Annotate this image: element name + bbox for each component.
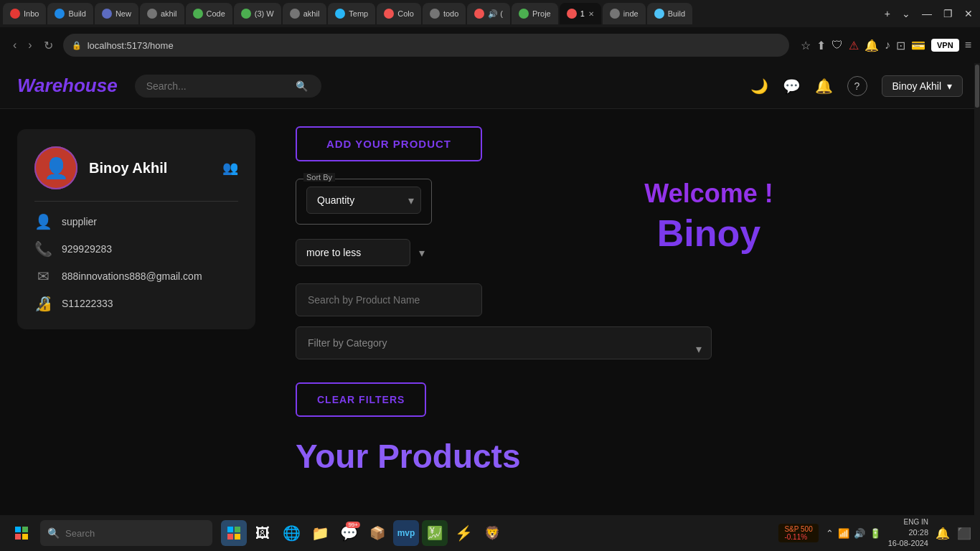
address-bar[interactable]: 🔒 localhost:5173/home (63, 34, 789, 57)
tab-label-active: 1 (580, 9, 585, 18)
taskbar-right: S&P 500 -0.11% ⌃ 📶 🔊 🔋 ENG IN 20:28 16-0… (778, 517, 971, 550)
taskbar-app-edge[interactable]: 🌐 (278, 520, 304, 546)
tab-yt[interactable]: 🔊 ( (467, 3, 510, 24)
widgets-icon[interactable]: ⬛ (957, 527, 971, 540)
tab-icon-akhil (147, 9, 157, 19)
tab-bar: Inbo Build New akhil Code (3) W akhil T (0, 0, 980, 27)
app-header: Warehouse 🔍 🌙 💬 🔔 ? Binoy Akhil ▾ (0, 63, 980, 109)
svg-rect-5 (15, 534, 21, 540)
bell-icon[interactable]: 🔔 (815, 77, 833, 95)
help-icon[interactable]: ? (847, 76, 867, 96)
tab-icon-index (610, 9, 620, 19)
tab-temp[interactable]: Temp (328, 3, 375, 24)
back-button[interactable]: ‹ (9, 36, 21, 55)
taskbar-app-winstore[interactable] (221, 520, 247, 546)
tab-new[interactable]: New (95, 3, 138, 24)
tab-index[interactable]: inde (603, 3, 646, 24)
your-products-title: Your Products (296, 437, 957, 476)
tab-label-index: inde (623, 9, 639, 18)
profile-edit-icon[interactable]: 👥 (222, 160, 238, 176)
welcome-title: Welcome ! (461, 179, 957, 209)
expand-icon[interactable]: ⌃ (826, 528, 834, 539)
taskbar-search-box[interactable]: 🔍 (40, 520, 212, 546)
svg-rect-6 (22, 534, 28, 540)
menu-icon[interactable]: ≡ (965, 39, 971, 52)
taskbar-sys-icons: ⌃ 📶 🔊 🔋 (826, 528, 881, 539)
tab-proj[interactable]: Proje (512, 3, 558, 24)
tab-color[interactable]: Colo (377, 3, 421, 24)
sort-by-select[interactable]: Quantity Price Name Date (306, 187, 421, 214)
email-icon: ✉ (34, 268, 52, 285)
tab-controls: + ⌄ — ❐ ✕ (880, 6, 977, 21)
tab-akhil2[interactable]: akhil (283, 3, 327, 24)
sort-order-select[interactable]: more to less less to more (296, 239, 410, 266)
tab-wa[interactable]: (3) W (234, 3, 281, 24)
taskbar-app-badge99[interactable]: 💬99+ (336, 520, 362, 546)
sidebar: 👤 Binoy Akhil 👥 👤 supplier 📞 929929283 ✉ (0, 109, 273, 515)
sidebar-toggle-icon[interactable]: ⊡ (896, 39, 905, 52)
tab-build[interactable]: Build (47, 3, 93, 24)
taskbar-app-gallery[interactable]: 🖼 (250, 520, 275, 546)
tab-icon-wa (241, 9, 251, 19)
tab-close-active[interactable]: ✕ (588, 10, 594, 18)
search-box[interactable]: 🔍 (135, 75, 321, 98)
taskbar-app-green[interactable]: 💹 (422, 520, 448, 546)
user-menu-button[interactable]: Binoy Akhil ▾ (882, 75, 963, 97)
tab-build2[interactable]: Build (647, 3, 692, 24)
tab-list-button[interactable]: ⌄ (897, 6, 915, 21)
profile-icon[interactable]: ♪ (885, 39, 890, 52)
start-button[interactable] (9, 520, 34, 546)
search-product-input[interactable] (296, 283, 482, 316)
wallet-icon[interactable]: 💳 (911, 39, 925, 52)
sort-by-label: Sort By Quantity Price Name Date ▾ (296, 179, 432, 225)
volume-icon[interactable]: 🔊 (854, 528, 865, 539)
search-input[interactable] (146, 80, 290, 92)
chat-icon[interactable]: 💬 (783, 77, 801, 95)
tab-label-wa: (3) W (255, 9, 274, 18)
tab-akhil[interactable]: akhil (140, 3, 184, 24)
nav-buttons: ‹ › ↻ (9, 36, 57, 55)
filter-category-select[interactable]: Filter by Category Electronics Clothing … (296, 326, 712, 359)
close-button[interactable]: ✕ (960, 6, 977, 21)
moon-icon[interactable]: 🌙 (750, 77, 768, 95)
profile-top: 👤 Binoy Akhil 👥 (34, 146, 238, 202)
minimize-button[interactable]: — (918, 6, 936, 21)
share-icon[interactable]: ⬆ (816, 39, 826, 52)
tab-inbox[interactable]: Inbo (3, 3, 46, 24)
taskbar-app-vscode[interactable]: ⚡ (451, 520, 476, 546)
reload-button[interactable]: ↻ (39, 36, 57, 55)
taskbar-search-input[interactable] (65, 528, 194, 539)
welcome-name: Binoy (461, 212, 957, 255)
shield-icon[interactable]: 🛡 (831, 39, 843, 52)
network-icon[interactable]: 📶 (838, 528, 849, 539)
taskbar-app-mvp[interactable]: mvp (393, 520, 419, 546)
clear-filters-button[interactable]: CLEAR FILTERS (296, 382, 426, 417)
scrollbar-track[interactable] (974, 63, 980, 515)
tab-code[interactable]: Code (186, 3, 232, 24)
svg-rect-4 (22, 527, 28, 532)
taskbar-time[interactable]: ENG IN 20:28 16-08-2024 (888, 517, 928, 550)
tab-label-akhil2: akhil (303, 9, 320, 18)
extension-icon[interactable]: 🔔 (864, 39, 879, 52)
bookmark-icon[interactable]: ☆ (801, 39, 811, 52)
notification-icon[interactable]: 🔔 (936, 527, 950, 540)
taskbar-app-dropbox[interactable]: 📦 (364, 520, 390, 546)
stock-change: -0.11% (784, 533, 812, 541)
battery-icon[interactable]: 🔋 (870, 528, 881, 539)
taskbar-app-brave[interactable]: 🦁 (479, 520, 505, 546)
taskbar-app-files[interactable]: 📁 (307, 520, 333, 546)
restore-button[interactable]: ❐ (939, 6, 957, 21)
tab-icon-inbox (10, 9, 20, 19)
tab-label-color: Colo (397, 9, 414, 18)
forward-button[interactable]: › (24, 36, 36, 55)
toolbar-icons: ☆ ⬆ 🛡 ⚠ 🔔 ♪ ⊡ 💳 VPN ≡ (801, 39, 971, 52)
add-product-button[interactable]: ADD YOUR PRODUCT (296, 126, 482, 161)
tab-todo[interactable]: todo (423, 3, 466, 24)
vpn-button[interactable]: VPN (931, 39, 959, 52)
sort-by-text: Sort By (303, 173, 335, 182)
phone-row: 📞 929929283 (34, 240, 238, 258)
new-tab-button[interactable]: + (880, 6, 895, 21)
id-row: 🔏 S11222333 (34, 295, 238, 312)
tab-active[interactable]: 1 ✕ (560, 3, 601, 24)
scrollbar-thumb[interactable] (975, 65, 979, 108)
